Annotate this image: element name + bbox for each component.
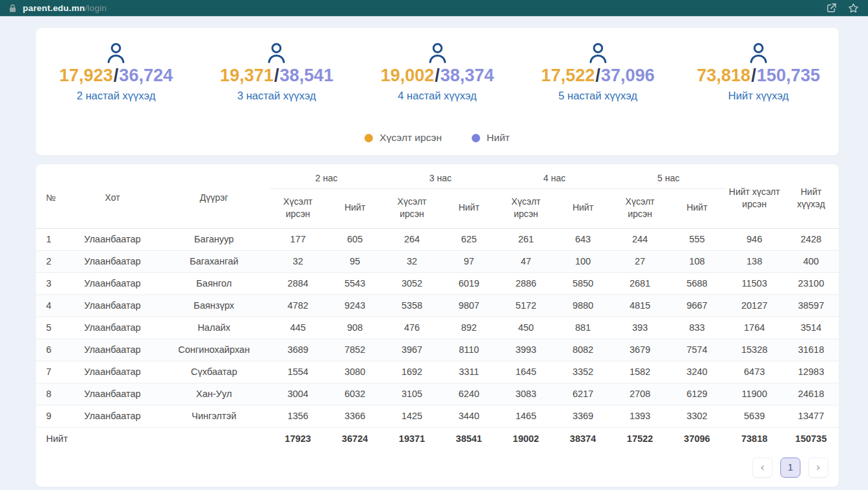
- chart-legend: Хүсэлт ирсэн Нийт: [36, 132, 839, 144]
- cell-index: 8: [36, 383, 66, 405]
- col-group-age-4: 4 нас: [498, 164, 612, 188]
- cell-city: Улаанбаатар: [66, 228, 159, 250]
- stat-age-3: 19,371/38,541 3 настай хүүхэд: [196, 41, 357, 123]
- cell-city: Улаанбаатар: [66, 294, 159, 316]
- footer-value: 19002: [498, 427, 555, 450]
- footer-value: 73818: [726, 427, 784, 450]
- col-header-total-requested: Нийт хүсэлт ирсэн: [726, 164, 784, 228]
- summary-card: 17,923/36,724 2 настай хүүхэд 19,371/38,…: [36, 28, 839, 155]
- legend-dot-purple-icon: [472, 134, 480, 142]
- cell-district: Хан-Уул: [159, 383, 270, 405]
- col-header-city: Хот: [66, 164, 159, 228]
- table-footer-row: Нийт 17923 36724 19371 38541 19002 38374…: [36, 427, 839, 450]
- share-icon[interactable]: [826, 2, 837, 14]
- cell-value: 6129: [669, 383, 726, 405]
- cell-value: 4815: [611, 294, 669, 316]
- star-icon[interactable]: [848, 3, 859, 14]
- topbar-actions: [826, 2, 859, 14]
- cell-city: Улаанбаатар: [66, 405, 159, 427]
- table-row: 2УлаанбаатарБагахангай329532974710027108…: [36, 250, 839, 272]
- table-body: 1УлаанбаатарБагануур17760526462526164324…: [36, 228, 839, 427]
- col-subheader-requested: Хүсэлт ирсэн: [611, 188, 669, 228]
- cell-value: 400: [784, 250, 839, 272]
- page-number: 1: [787, 463, 793, 472]
- pagination-prev-button[interactable]: ‹: [752, 458, 772, 478]
- cell-value: 2708: [611, 383, 669, 405]
- table-row: 9УлаанбаатарЧингэлтэй1356336614253440146…: [36, 405, 839, 427]
- cell-value: 7574: [669, 339, 726, 361]
- cell-value: 1425: [383, 405, 440, 427]
- cell-value: 908: [326, 316, 383, 339]
- table-row: 7УлаанбаатарСүхбаатар1554308016923311164…: [36, 361, 839, 383]
- cell-value: 9807: [440, 294, 498, 316]
- col-subheader-total: Нийт: [554, 188, 611, 228]
- cell-value: 3311: [440, 361, 498, 383]
- pagination-page-1-button[interactable]: 1: [780, 458, 800, 478]
- table-row: 8УлаанбаатарХан-Уул300460323105624030836…: [36, 383, 839, 405]
- cell-district: Сүхбаатар: [159, 361, 270, 383]
- cell-value: 3302: [669, 405, 726, 427]
- cell-value: 97: [440, 250, 498, 272]
- cell-value: 2886: [498, 272, 555, 294]
- cell-value: 2884: [270, 272, 327, 294]
- browser-topbar: parent.edu.mn/login: [0, 0, 868, 16]
- cell-city: Улаанбаатар: [66, 316, 159, 339]
- table-row: 1УлаанбаатарБагануур17760526462526164324…: [36, 228, 839, 250]
- cell-value: 1582: [611, 361, 669, 383]
- cell-value: 5688: [669, 272, 726, 294]
- cell-value: 9880: [554, 294, 611, 316]
- cell-value: 643: [554, 228, 611, 250]
- cell-value: 3514: [784, 316, 839, 339]
- cell-value: 3004: [270, 383, 327, 405]
- cell-value: 13477: [784, 405, 839, 427]
- cell-city: Улаанбаатар: [66, 339, 159, 361]
- col-header-total-children: Нийт хүүхэд: [784, 164, 839, 228]
- legend-item-total: Нийт: [472, 132, 510, 144]
- cell-value: 3352: [554, 361, 611, 383]
- url-host: parent.edu.mn: [23, 3, 85, 13]
- cell-value: 4782: [270, 294, 327, 316]
- cell-value: 8110: [440, 339, 498, 361]
- cell-value: 3967: [383, 339, 440, 361]
- cell-value: 23100: [784, 272, 839, 294]
- cell-city: Улаанбаатар: [66, 250, 159, 272]
- cell-value: 6473: [726, 361, 784, 383]
- cell-value: 100: [554, 250, 611, 272]
- stat-value: 17,522/37,096: [541, 66, 655, 84]
- cell-value: 3679: [611, 339, 669, 361]
- pagination-next-button[interactable]: ›: [808, 458, 828, 478]
- cell-index: 3: [36, 272, 66, 294]
- footer-value: 19371: [383, 427, 440, 450]
- districts-table: № Хот Дүүрэг 2 нас 3 нас 4 нас 5 нас Ний…: [36, 164, 839, 450]
- cell-district: Багануур: [159, 228, 270, 250]
- cell-value: 264: [383, 228, 440, 250]
- cell-value: 555: [669, 228, 726, 250]
- footer-value: 37096: [669, 427, 726, 450]
- cell-city: Улаанбаатар: [66, 361, 159, 383]
- cell-district: Баянгол: [159, 272, 270, 294]
- cell-value: 5850: [554, 272, 611, 294]
- address-bar[interactable]: parent.edu.mn/login: [23, 3, 107, 13]
- pagination: ‹ 1 ›: [36, 450, 839, 480]
- table-row: 3УлаанбаатарБаянгол288455433052601928865…: [36, 272, 839, 294]
- cell-value: 108: [669, 250, 726, 272]
- cell-index: 5: [36, 316, 66, 339]
- stat-label: 2 настай хүүхэд: [77, 90, 155, 102]
- cell-value: 47: [498, 250, 555, 272]
- stat-total: 73,818/150,735 Нийт хүүхэд: [678, 41, 839, 123]
- cell-value: 24618: [784, 383, 839, 405]
- stat-label: 5 настай хүүхэд: [559, 90, 637, 102]
- stat-value: 19,371/38,541: [220, 66, 333, 84]
- cell-value: 15328: [726, 339, 784, 361]
- cell-value: 625: [440, 228, 498, 250]
- cell-index: 9: [36, 405, 66, 427]
- table-footer: Нийт 17923 36724 19371 38541 19002 38374…: [36, 427, 839, 450]
- cell-district: Багахангай: [159, 250, 270, 272]
- footer-value: 150735: [784, 427, 839, 450]
- cell-value: 1465: [498, 405, 555, 427]
- col-subheader-total: Нийт: [326, 188, 383, 228]
- cell-value: 3369: [554, 405, 611, 427]
- cell-value: 3689: [270, 339, 327, 361]
- cell-district: Сонгинохайрхан: [159, 339, 270, 361]
- legend-dot-orange-icon: [364, 134, 373, 142]
